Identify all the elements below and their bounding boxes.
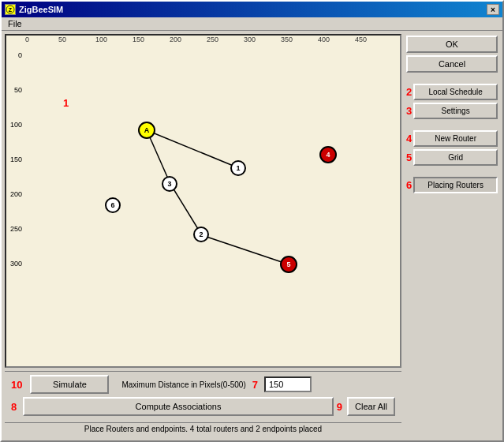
grid-button[interactable]: Grid [413, 149, 498, 166]
menubar: File [2, 17, 502, 31]
ui-label-3: 3 [406, 105, 412, 117]
ui-label-2: 2 [406, 86, 412, 98]
tick-v250: 250 [6, 225, 22, 233]
row1-controls: 10 Simulate Maximum Distance in Pixels(0… [11, 375, 395, 394]
bottom-controls: 10 Simulate Maximum Distance in Pixels(0… [5, 371, 401, 419]
tick-v0: 0 [6, 51, 22, 59]
tick-100: 100 [95, 36, 107, 43]
left-panel: 0 50 100 150 200 250 300 350 400 450 0 5… [5, 34, 401, 435]
local-schedule-button[interactable]: Local Schedule [413, 84, 498, 100]
node-2[interactable]: 2 [193, 227, 209, 242]
simulate-button[interactable]: Simulate [30, 375, 109, 394]
svg-line-5 [202, 235, 289, 264]
status-text: Place Routers and endpoints. 4 total rou… [84, 425, 322, 433]
placing-routers-button[interactable]: Placing Routers [413, 177, 498, 193]
graph-area[interactable]: 1 A 1 2 3 4 5 6 [24, 51, 400, 366]
tick-v50: 50 [6, 86, 22, 94]
new-router-button[interactable]: New Router [413, 130, 498, 147]
svg-text:Z: Z [9, 7, 13, 13]
main-window: Z ZigBeeSIM × File 0 50 100 150 200 250 [0, 0, 504, 442]
tick-150: 150 [133, 36, 144, 43]
node-1[interactable]: 1 [230, 160, 246, 176]
node-3[interactable]: 3 [162, 176, 177, 192]
settings-button[interactable]: Settings [413, 103, 498, 119]
titlebar: Z ZigBeeSIM × [2, 2, 502, 17]
clear-all-button[interactable]: Clear All [347, 397, 395, 416]
ui-label-7: 7 [252, 379, 258, 391]
close-button[interactable]: × [487, 4, 499, 15]
window-title: ZigBeeSIM [19, 5, 63, 14]
connections-svg [24, 51, 400, 366]
canvas-area[interactable]: 0 50 100 150 200 250 300 350 400 450 0 5… [5, 34, 401, 368]
tick-0: 0 [25, 36, 29, 43]
node-A[interactable]: A [138, 122, 155, 139]
ui-label-6: 6 [406, 179, 412, 191]
tick-v150: 150 [6, 155, 22, 163]
ui-label-8: 8 [11, 401, 17, 413]
tick-450: 450 [355, 36, 367, 43]
ui-label-10: 10 [11, 379, 22, 391]
status-bar: Place Routers and endpoints. 4 total rou… [5, 422, 401, 435]
row2-controls: 8 Compute Associations 9 Clear All [11, 397, 395, 416]
axis-top: 0 50 100 150 200 250 300 350 400 450 [24, 36, 400, 51]
right-panel: OK Cancel 2 Local Schedule 3 Settings 4 … [405, 34, 499, 435]
main-content: 0 50 100 150 200 250 300 350 400 450 0 5… [2, 31, 502, 438]
ui-label-9: 9 [337, 401, 342, 413]
tick-v200: 200 [6, 190, 22, 198]
cancel-button[interactable]: Cancel [406, 55, 498, 73]
file-menu[interactable]: File [5, 18, 25, 29]
titlebar-left: Z ZigBeeSIM [5, 4, 63, 15]
app-icon: Z [5, 4, 16, 15]
node-5[interactable]: 5 [280, 256, 297, 273]
node-4[interactable]: 4 [319, 146, 337, 163]
tick-350: 350 [281, 36, 293, 43]
tick-300: 300 [244, 36, 256, 43]
ui-label-4: 4 [406, 133, 412, 144]
tick-400: 400 [318, 36, 330, 43]
node-6[interactable]: 6 [105, 197, 121, 213]
max-distance-input[interactable] [264, 376, 312, 392]
ui-label-5: 5 [406, 152, 412, 163]
tick-v100: 100 [6, 121, 22, 129]
max-distance-label: Maximum Distance in Pixels(0-500) [121, 380, 245, 389]
tick-200: 200 [170, 36, 181, 43]
tick-50: 50 [58, 36, 66, 43]
tick-250: 250 [207, 36, 218, 43]
ok-button[interactable]: OK [406, 36, 498, 53]
tick-v300: 300 [6, 260, 22, 268]
compute-associations-button[interactable]: Compute Associations [23, 397, 334, 416]
